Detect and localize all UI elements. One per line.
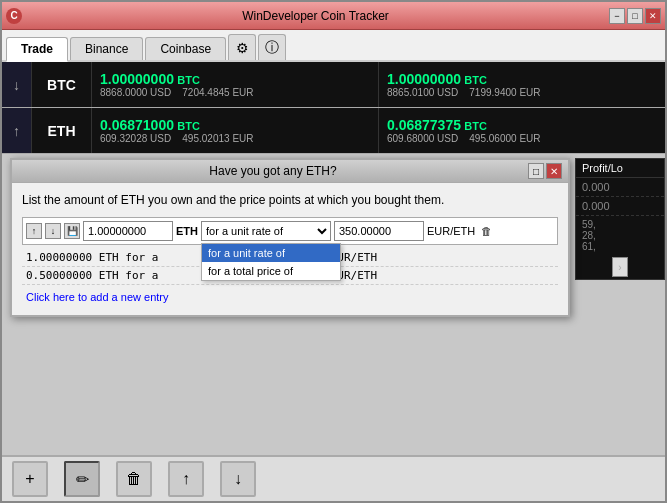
info-tab-icon[interactable]: ⓘ	[258, 34, 286, 60]
minimize-button[interactable]: −	[609, 8, 625, 24]
price-input[interactable]	[334, 221, 424, 241]
delete-button[interactable]: 🗑	[116, 461, 152, 497]
eth-right-data: 0.06877375 BTC 609.68000 USD 495.06000 E…	[379, 108, 665, 153]
tab-binance[interactable]: Binance	[70, 37, 143, 60]
rate-select[interactable]: for a unit rate of for a total price of	[201, 221, 331, 241]
move-down-toolbar-button[interactable]: ↓	[220, 461, 256, 497]
btc-right-btc-val: 1.00000000	[387, 71, 461, 87]
btc-right-fiat: 8865.0100 USD 7199.9400 EUR	[387, 87, 657, 98]
close-button[interactable]: ✕	[645, 8, 661, 24]
tab-trade[interactable]: Trade	[6, 37, 68, 62]
profit-loss-panel: Profit/Lo 0.000 0.000 59,28,61, ›	[575, 158, 665, 280]
rate-dropdown-list: for a unit rate of for a total price of	[201, 243, 341, 281]
btc-left-data: 1.00000000 BTC 8868.0000 USD 7204.4845 E…	[92, 62, 379, 107]
right-panel-numbers: 59,28,61,	[576, 216, 664, 255]
app-icon: C	[6, 8, 22, 24]
dialog-input-row: ↑ ↓ 💾 ETH for a unit rate of for a total…	[22, 217, 558, 245]
eth-arrow[interactable]: ↑	[2, 108, 32, 153]
dropdown-item-total-price[interactable]: for a total price of	[202, 262, 340, 280]
bottom-toolbar: + ✏ 🗑 ↑ ↓	[2, 455, 665, 501]
dialog-body: List the amount of ETH you own and the p…	[12, 183, 568, 315]
tab-bar: Trade Binance Coinbase ⚙ ⓘ	[2, 30, 665, 62]
dialog-title: Have you got any ETH?	[18, 164, 528, 178]
eth-label: ETH	[32, 108, 92, 153]
tab-coinbase[interactable]: Coinbase	[145, 37, 226, 60]
currency-label: EUR/ETH	[427, 225, 475, 237]
dialog-restore-button[interactable]: □	[528, 163, 544, 179]
profit-loss-value-2: 0.000	[576, 197, 664, 216]
save-row-button[interactable]: 💾	[64, 223, 80, 239]
eth-right-fiat: 609.68000 USD 495.06000 EUR	[387, 133, 657, 144]
content-area: Have you got any ETH? □ ✕ List the amoun…	[2, 154, 665, 501]
btc-row: ↓ BTC 1.00000000 BTC 8868.0000 USD 7204.…	[2, 62, 665, 108]
scroll-right-button[interactable]: ›	[612, 257, 628, 277]
eth-left-fiat: 609.32028 USD 495.02013 EUR	[100, 133, 370, 144]
btc-right-data: 1.00000000 BTC 8865.0100 USD 7199.9400 E…	[379, 62, 665, 107]
main-window: C WinDeveloper Coin Tracker − □ ✕ Trade …	[0, 0, 667, 503]
window-title: WinDeveloper Coin Tracker	[22, 9, 609, 23]
dialog-description: List the amount of ETH you own and the p…	[22, 193, 558, 207]
profit-loss-value-1: 0.000	[576, 178, 664, 197]
btc-left-btc-val: 1.00000000	[100, 71, 174, 87]
move-down-button[interactable]: ↓	[45, 223, 61, 239]
eth-row: ↑ ETH 0.06871000 BTC 609.32028 USD 495.0…	[2, 108, 665, 154]
edit-button[interactable]: ✏	[64, 461, 100, 497]
add-entry-link[interactable]: Click here to add a new entry	[22, 289, 558, 305]
dialog-title-bar: Have you got any ETH? □ ✕	[12, 160, 568, 183]
eth-dialog: Have you got any ETH? □ ✕ List the amoun…	[10, 158, 570, 317]
move-up-button[interactable]: ↑	[26, 223, 42, 239]
eth-left-btc-val: 0.06871000	[100, 117, 174, 133]
btc-arrow[interactable]: ↓	[2, 62, 32, 107]
eth-right-btc-val: 0.06877375	[387, 117, 461, 133]
profit-loss-header: Profit/Lo	[576, 159, 664, 178]
move-up-toolbar-button[interactable]: ↑	[168, 461, 204, 497]
btc-left-fiat: 8868.0000 USD 7204.4845 EUR	[100, 87, 370, 98]
window-controls: − □ ✕	[609, 8, 661, 24]
amount-input[interactable]	[83, 221, 173, 241]
dropdown-item-unit-rate[interactable]: for a unit rate of	[202, 244, 340, 262]
add-button[interactable]: +	[12, 461, 48, 497]
delete-row-button[interactable]: 🗑	[478, 223, 494, 239]
settings-tab-icon[interactable]: ⚙	[228, 34, 256, 60]
btc-label: BTC	[32, 62, 92, 107]
unit-label: ETH	[176, 225, 198, 237]
rate-dropdown-container: for a unit rate of for a total price of …	[201, 221, 331, 241]
maximize-button[interactable]: □	[627, 8, 643, 24]
dialog-close-button[interactable]: ✕	[546, 163, 562, 179]
title-bar: C WinDeveloper Coin Tracker − □ ✕	[2, 2, 665, 30]
eth-left-data: 0.06871000 BTC 609.32028 USD 495.02013 E…	[92, 108, 379, 153]
